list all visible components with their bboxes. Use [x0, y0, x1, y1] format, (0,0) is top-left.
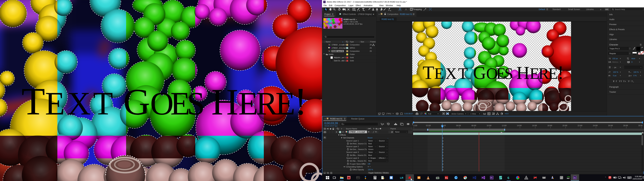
svg-text:Fz: Fz: [445, 177, 448, 179]
svg-text:HERE!: HERE!: [516, 62, 564, 83]
svg-text:MPC-BE: MPC-BE: [436, 178, 440, 179]
svg-text:Snapping: Snapping: [413, 8, 422, 10]
svg-text:TEXT: TEXT: [22, 80, 116, 123]
svg-text:6: 6: [508, 176, 509, 180]
svg-text:»: »: [600, 8, 601, 11]
svg-text:GOES: GOES: [473, 63, 512, 83]
svg-text:GOES: GOES: [123, 81, 203, 122]
svg-text:Default: Default: [539, 8, 545, 10]
svg-text:NDI: NDI: [567, 178, 570, 179]
svg-text:TЕХT GOES HЕRE!: TЕХT GOES HЕRE!: [324, 22, 342, 24]
svg-text:TEXT: TEXT: [422, 62, 469, 83]
svg-text:LR: LR: [400, 176, 403, 179]
svg-text:☰: ☰: [546, 8, 548, 10]
svg-text:Pr: Pr: [490, 177, 492, 179]
svg-text:Small Screen: Small Screen: [568, 8, 580, 10]
svg-text:A: A: [628, 58, 629, 60]
svg-text:HERE!: HERE!: [211, 80, 307, 123]
svg-text:[]: []: [390, 177, 392, 179]
svg-text:C:\_: C:\_: [357, 177, 360, 178]
svg-text:Search Help: Search Help: [615, 8, 625, 10]
svg-text:⚙⇅: ⚙⇅: [606, 8, 608, 10]
svg-text:Libraries: Libraries: [586, 8, 594, 10]
svg-text:Standard: Standard: [552, 8, 561, 10]
svg-text:Ae: Ae: [574, 177, 576, 179]
svg-text:A: A: [526, 177, 527, 179]
